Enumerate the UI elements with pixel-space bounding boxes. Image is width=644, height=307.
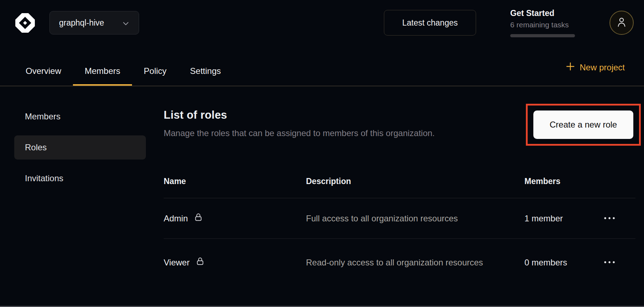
- column-header-members: Members: [524, 177, 601, 186]
- organization-name: graphql-hive: [59, 18, 104, 28]
- org-tab-bar: Overview Members Policy Settings New pro…: [0, 45, 644, 86]
- create-new-role-button[interactable]: Create a new role: [533, 111, 633, 139]
- latest-changes-button[interactable]: Latest changes: [384, 10, 476, 36]
- role-name: Admin: [164, 214, 188, 223]
- new-project-button[interactable]: New project: [566, 62, 625, 73]
- lock-icon: [195, 257, 205, 268]
- tab-overview[interactable]: Overview: [14, 56, 73, 86]
- get-started-title: Get Started: [510, 9, 575, 18]
- tab-policy[interactable]: Policy: [132, 56, 178, 86]
- role-actions-menu-button[interactable]: [601, 214, 618, 223]
- user-icon: [615, 16, 628, 30]
- tab-settings[interactable]: Settings: [178, 56, 233, 86]
- user-avatar[interactable]: [609, 11, 634, 35]
- sidebar-item-members[interactable]: Members: [14, 104, 146, 129]
- plus-icon: [566, 62, 575, 73]
- roles-table-header: Name Description Members: [164, 177, 635, 198]
- chevron-down-icon: [123, 18, 129, 28]
- role-members-count: 1 member: [524, 214, 601, 223]
- role-description: Full access to all organization resource…: [306, 206, 484, 231]
- hive-logo-icon: [14, 11, 37, 34]
- get-started-remaining-tasks: 6 remaining tasks: [510, 21, 575, 29]
- sidebar-item-invitations[interactable]: Invitations: [14, 166, 146, 190]
- get-started-widget[interactable]: Get Started 6 remaining tasks: [510, 9, 575, 37]
- role-members-count: 0 members: [524, 258, 601, 268]
- lock-icon: [194, 212, 203, 224]
- members-side-nav: Members Roles Invitations: [14, 104, 146, 190]
- roles-table: Name Description Members Admin Full acce…: [164, 177, 635, 286]
- column-header-description: Description: [306, 177, 524, 186]
- role-row-admin: Admin Full access to all organization re…: [164, 198, 635, 239]
- column-header-name: Name: [164, 177, 306, 186]
- organization-selector[interactable]: graphql-hive: [49, 11, 139, 34]
- get-started-progress-bar: [510, 34, 575, 37]
- role-actions-menu-button[interactable]: [601, 258, 618, 267]
- top-header: graphql-hive Latest changes Get Started …: [0, 0, 644, 45]
- ellipsis-icon: [603, 260, 616, 265]
- annotation-highlight: Create a new role: [526, 104, 641, 146]
- role-row-viewer: Viewer Read-only access to all organizat…: [164, 239, 635, 286]
- ellipsis-icon: [603, 216, 616, 221]
- role-description: Read-only access to all organization res…: [306, 251, 484, 275]
- sidebar-item-roles[interactable]: Roles: [14, 135, 146, 160]
- role-name: Viewer: [164, 258, 190, 268]
- tab-members[interactable]: Members: [73, 56, 132, 86]
- new-project-label: New project: [580, 63, 625, 72]
